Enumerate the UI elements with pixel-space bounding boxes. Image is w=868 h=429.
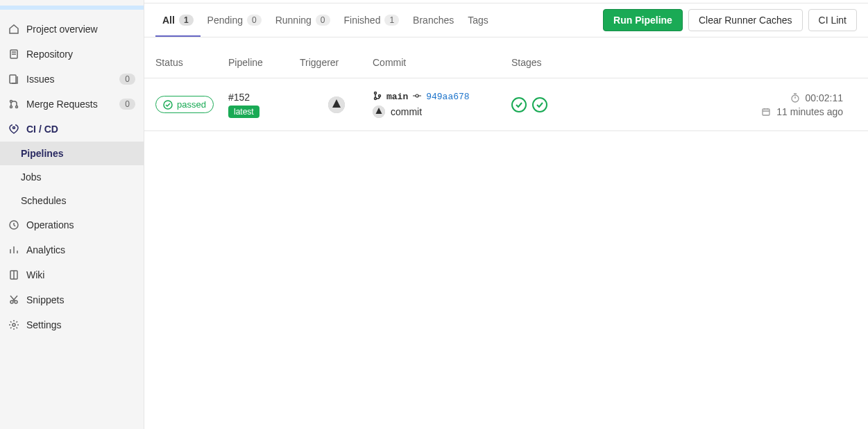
duration-text: 00:02:11 (806, 92, 844, 103)
cell-commit: main 949aa678 commit (373, 91, 511, 118)
sidebar-item-wiki[interactable]: Wiki (0, 262, 144, 287)
svg-point-16 (416, 94, 418, 97)
pipeline-id-link[interactable]: #152 (228, 92, 300, 103)
commit-sha-link[interactable]: 949aa678 (426, 92, 469, 102)
tab-label: Branches (413, 15, 454, 26)
col-time (615, 57, 857, 68)
svg-point-9 (15, 301, 17, 303)
svg-point-13 (375, 92, 377, 94)
sidebar-item-operations[interactable]: Operations (0, 212, 144, 237)
svg-point-4 (16, 106, 18, 108)
finished-text: 11 minutes ago (776, 106, 843, 117)
sidebar-item-issues[interactable]: Issues 0 (0, 67, 144, 92)
merge-icon (8, 99, 19, 110)
home-icon (8, 24, 19, 35)
sidebar-sub-pipelines[interactable]: Pipelines (0, 142, 144, 165)
sidebar-item-project-overview[interactable]: Project overview (0, 17, 144, 42)
status-text: passed (177, 99, 206, 110)
scissors-icon (8, 294, 19, 305)
tab-count: 0 (316, 15, 330, 26)
sidebar-label: Analytics (26, 244, 135, 255)
col-triggerer: Triggerer (300, 57, 373, 68)
svg-point-2 (10, 101, 12, 103)
stopwatch-icon (790, 93, 800, 103)
tab-count: 1 (179, 15, 194, 26)
tabs: All 1 Pending 0 Running 0 Finished 1 Bra… (155, 5, 603, 36)
svg-rect-1 (10, 75, 16, 83)
tab-branches[interactable]: Branches (406, 5, 461, 37)
sidebar-sub-schedules[interactable]: Schedules (0, 189, 144, 212)
svg-point-10 (12, 323, 15, 326)
ci-lint-button[interactable]: CI Lint (808, 9, 857, 31)
sidebar-item-snippets[interactable]: Snippets (0, 287, 144, 312)
finished-line: 11 minutes ago (615, 106, 843, 117)
latest-pill: latest (228, 106, 259, 118)
sidebar-item-merge-requests[interactable]: Merge Requests 0 (0, 92, 144, 117)
pipeline-table-header: Status Pipeline Triggerer Commit Stages (144, 46, 868, 78)
commit-message[interactable]: commit (391, 106, 422, 117)
tab-pending[interactable]: Pending 0 (201, 5, 269, 37)
tab-label: Finished (344, 15, 381, 26)
sidebar-label: Merge Requests (26, 99, 119, 110)
svg-point-15 (379, 95, 381, 97)
clear-runner-caches-button[interactable]: Clear Runner Caches (688, 9, 803, 31)
branch-icon (373, 91, 382, 103)
tab-finished[interactable]: Finished 1 (337, 5, 407, 37)
main-content: All 1 Pending 0 Running 0 Finished 1 Bra… (144, 0, 868, 429)
rocket-icon (8, 124, 19, 135)
tab-label: All (162, 15, 175, 26)
sidebar-item-settings[interactable]: Settings (0, 312, 144, 337)
sidebar-label: CI / CD (26, 124, 135, 135)
commit-icon (412, 91, 422, 103)
pipeline-row: passed #152 latest main 949aa678 (144, 78, 868, 131)
svg-rect-19 (763, 109, 769, 115)
book-icon (8, 269, 19, 280)
commit-branch-line: main 949aa678 (373, 91, 511, 103)
col-pipeline: Pipeline (228, 57, 300, 68)
tab-tags[interactable]: Tags (461, 5, 495, 37)
tab-count: 0 (247, 15, 262, 26)
col-commit: Commit (373, 57, 511, 68)
status-badge-passed[interactable]: passed (155, 96, 214, 113)
file-icon (8, 49, 19, 60)
operations-icon (8, 219, 19, 230)
cell-stages (511, 97, 615, 112)
sidebar-sub-jobs[interactable]: Jobs (0, 165, 144, 189)
check-circle-icon (163, 100, 173, 110)
chart-icon (8, 244, 19, 255)
branch-name[interactable]: main (386, 92, 408, 102)
col-stages: Stages (511, 57, 615, 68)
tab-all[interactable]: All 1 (155, 5, 201, 37)
tab-running[interactable]: Running 0 (269, 5, 337, 37)
sidebar-label: Project overview (26, 24, 135, 35)
sidebar-item-ci-cd[interactable]: CI / CD (0, 117, 144, 142)
sidebar-label: Issues (26, 74, 119, 85)
sidebar-label: Snippets (26, 294, 135, 305)
cell-pipeline: #152 latest (228, 92, 300, 118)
svg-point-14 (375, 98, 377, 100)
sidebar-label: Operations (26, 219, 135, 230)
cell-status: passed (155, 96, 228, 113)
sidebar-item-repository[interactable]: Repository (0, 42, 144, 67)
tab-label: Running (275, 15, 312, 26)
sidebar-label: Repository (26, 49, 135, 60)
commit-message-line: commit (373, 106, 511, 118)
calendar-icon (761, 107, 771, 117)
duration-line: 00:02:11 (615, 92, 843, 103)
tab-bar: All 1 Pending 0 Running 0 Finished 1 Bra… (144, 3, 868, 37)
run-pipeline-button[interactable]: Run Pipeline (603, 9, 683, 31)
svg-point-3 (10, 106, 12, 108)
cell-triggerer (300, 96, 373, 113)
triggerer-avatar[interactable] (328, 96, 345, 113)
sidebar-item-analytics[interactable]: Analytics (0, 237, 144, 262)
col-status: Status (155, 57, 228, 68)
sidebar-label: Wiki (26, 269, 135, 280)
stage-1-passed[interactable] (511, 97, 527, 112)
svg-point-5 (13, 127, 15, 129)
svg-point-8 (10, 301, 13, 303)
tab-label: Pending (207, 15, 243, 26)
sidebar: Project overview Repository Issues 0 Mer… (0, 0, 144, 429)
commit-author-avatar[interactable] (373, 106, 385, 118)
action-buttons: Run Pipeline Clear Runner Caches CI Lint (603, 3, 857, 37)
stage-2-passed[interactable] (532, 97, 547, 112)
